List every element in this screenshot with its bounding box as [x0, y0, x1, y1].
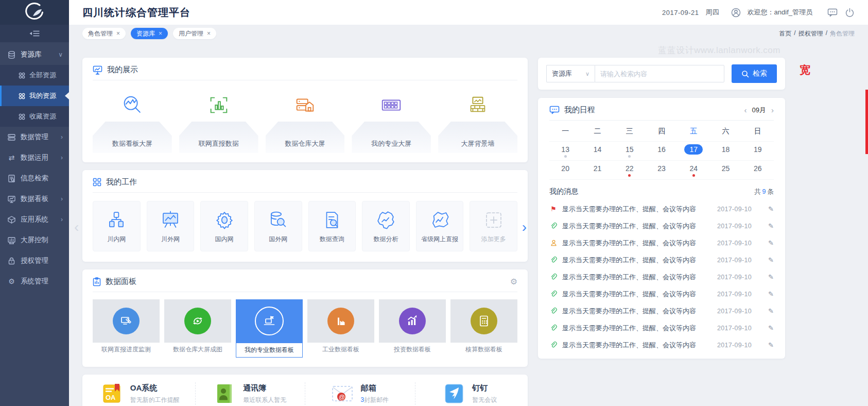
calendar-prev-button[interactable]: ‹: [744, 106, 747, 114]
search-input[interactable]: [595, 65, 724, 82]
message-row[interactable]: 显示当天需要办理的工作、提醒、会议等内容 2017-09-10 ✎: [549, 285, 774, 302]
message-row[interactable]: 显示当天需要办理的工作、提醒、会议等内容 2017-09-10 ✎: [549, 302, 774, 319]
display-card-dashboard-screen[interactable]: 数据看板大屏: [93, 89, 172, 153]
display-card-online-report-data[interactable]: 联网直报数据: [179, 89, 258, 153]
tab-user-management[interactable]: 用户管理 ×: [173, 28, 216, 39]
calendar-day[interactable]: 26: [742, 161, 774, 179]
calendar-day[interactable]: 23: [646, 161, 678, 179]
sidebar-item-big-screen-control[interactable]: 大屏控制: [0, 230, 69, 250]
message-row[interactable]: 显示当天需要办理的工作、提醒、会议等内容 2017-09-10 ✎: [549, 217, 774, 234]
tab-bar: 角色管理 × 资源库 × 用户管理 × 首页 / 授权管理 / 角色管理: [69, 25, 868, 42]
panel-settings-gear-icon[interactable]: ⚙: [510, 277, 517, 286]
calendar-day[interactable]: 18: [709, 142, 741, 160]
calendar-day[interactable]: 19: [742, 142, 774, 160]
edit-pencil-icon[interactable]: ✎: [756, 222, 774, 230]
work-item-sichuan-extranet[interactable]: 川外网: [147, 201, 195, 251]
sync-play-icon: [184, 308, 211, 334]
edit-pencil-icon[interactable]: ✎: [756, 341, 774, 349]
message-row[interactable]: 显示当天需要办理的工作、提醒、会议等内容 2017-09-10 ✎: [549, 251, 774, 268]
calendar-next-button[interactable]: ›: [771, 106, 774, 114]
schedule-bubble-icon: [549, 106, 560, 114]
panel-card-industrial-data[interactable]: 工业数据看板: [307, 299, 374, 358]
close-icon[interactable]: ×: [116, 30, 120, 37]
calendar-day[interactable]: 21: [581, 161, 613, 179]
data-panel-card: 数据面板 ⚙ 联网直报进度监测: [82, 269, 528, 367]
sidebar-item-info-retrieval[interactable]: 信息检索: [0, 168, 69, 189]
design-annotation: 宽: [800, 63, 810, 77]
message-row[interactable]: 显示当天需要办理的工作、提醒、会议等内容 2017-09-10 ✎: [549, 319, 774, 336]
sidebar-item-data-application[interactable]: ⇄ 数据运用 ›: [0, 147, 69, 168]
edit-pencil-icon[interactable]: ✎: [756, 205, 774, 213]
chart-magnifier-icon: [93, 89, 172, 122]
edit-pencil-icon[interactable]: ✎: [756, 307, 774, 315]
message-bubble-icon[interactable]: [827, 8, 838, 17]
sidebar-item-data-management[interactable]: 数据管理 ›: [0, 127, 69, 147]
calendar-day[interactable]: 13: [549, 142, 581, 160]
panel-card-online-report-monitor[interactable]: 联网直报进度监测: [93, 299, 160, 358]
sidebar-item-resource-library[interactable]: 资源库 ∨: [0, 44, 69, 65]
work-item-domestic-network[interactable]: 国内网: [200, 201, 248, 251]
panel-card-investment-data[interactable]: 投资数据看板: [379, 299, 446, 358]
search-category-select[interactable]: 资源库 ∨: [546, 65, 595, 82]
display-card-my-professional-screen[interactable]: 我的专业大屏: [352, 89, 431, 153]
sidebar-item-data-board[interactable]: 数据看板 ›: [0, 189, 69, 209]
message-row[interactable]: ⚑ 显示当天需要办理的工作、提醒、会议等内容 2017-09-10 ✎: [549, 200, 774, 217]
calendar-day[interactable]: 14: [581, 142, 613, 160]
work-item-foreign-network[interactable]: 国外网: [254, 201, 302, 251]
work-item-data-query[interactable]: 数据查询: [308, 201, 356, 251]
sidebar-item-all-resources[interactable]: 全部资源: [0, 65, 69, 86]
message-row[interactable]: 显示当天需要办理的工作、提醒、会议等内容 2017-09-10 ✎: [549, 268, 774, 285]
quick-link-mail[interactable]: @ 邮箱 3封新邮件: [305, 382, 415, 405]
quick-link-contacts[interactable]: 通讯簿 最近联系人暂无: [196, 382, 306, 405]
edit-pencil-icon[interactable]: ✎: [756, 290, 774, 298]
calendar-day[interactable]: 24: [678, 161, 709, 179]
work-scroll-right-button[interactable]: ›: [522, 220, 527, 234]
work-item-data-analysis[interactable]: 数据分析: [362, 201, 410, 251]
panel-card-my-professional-dashboard[interactable]: 我的专业数据看板: [236, 299, 303, 358]
sidebar-item-authorization[interactable]: 授权管理: [0, 250, 69, 271]
calendar-day[interactable]: 16: [646, 142, 678, 160]
close-icon[interactable]: ×: [207, 30, 211, 37]
calendar-day[interactable]: 20: [549, 161, 581, 179]
sidebar-menu: 资源库 ∨ 全部资源 我的资源: [0, 42, 69, 406]
panel-card-accounting-data[interactable]: 核算数据看板: [450, 299, 517, 358]
tab-resource-library[interactable]: 资源库 ×: [131, 28, 168, 39]
design-annotation-bar: [865, 90, 868, 154]
user-avatar-icon[interactable]: [731, 8, 741, 18]
close-icon[interactable]: ×: [159, 30, 162, 37]
quick-link-oa-system[interactable]: OA OA系统 暂无新的工作提醒: [85, 382, 196, 405]
panel-card-warehouse-chart[interactable]: 数据仓库大屏成图: [164, 299, 231, 358]
power-icon[interactable]: [845, 8, 855, 18]
sidebar-item-application-system[interactable]: 应用系统 ›: [0, 209, 69, 230]
edit-pencil-icon[interactable]: ✎: [756, 239, 774, 247]
top-header: 四川统计综合管理平台 2017-09-21 周四 欢迎您：andif_管理员: [69, 0, 868, 25]
message-row[interactable]: 显示当天需要办理的工作、提醒、会议等内容 2017-09-10 ✎: [549, 336, 774, 353]
sidebar-item-system-management[interactable]: ⚙ 系统管理: [0, 271, 69, 292]
calendar-day[interactable]: 15: [614, 142, 646, 160]
breadcrumb-home[interactable]: 首页: [779, 29, 791, 38]
edit-pencil-icon[interactable]: ✎: [756, 256, 774, 264]
quick-link-dingtalk[interactable]: 钉钉 暂无会议: [415, 382, 525, 405]
work-scroll-left-button[interactable]: ‹: [74, 220, 79, 234]
message-row[interactable]: 显示当天需要办理的工作、提醒、会议等内容 2017-09-10 ✎: [549, 234, 774, 251]
calendar-day-selected[interactable]: 17: [678, 142, 709, 160]
edit-pencil-icon[interactable]: ✎: [756, 273, 774, 281]
chevron-right-icon: ›: [61, 216, 63, 223]
sidebar-collapse-button[interactable]: [0, 25, 69, 42]
contacts-icon: [214, 382, 236, 405]
display-card-background-wall[interactable]: 大屏背景墙: [438, 89, 517, 153]
sidebar-item-my-resources[interactable]: 我的资源: [0, 86, 69, 106]
calendar-day[interactable]: 22: [614, 161, 646, 179]
search-button[interactable]: 检索: [732, 64, 777, 83]
display-card-data-warehouse-screen[interactable]: 数据仓库大屏: [266, 89, 345, 153]
calendar-day[interactable]: 25: [709, 161, 741, 179]
breadcrumb: 首页 / 授权管理 / 角色管理: [779, 29, 855, 38]
edit-pencil-icon[interactable]: ✎: [756, 324, 774, 332]
work-item-add-more[interactable]: 添加更多: [470, 201, 517, 251]
work-item-provincial-online-report[interactable]: 省级网上直报: [416, 201, 464, 251]
breadcrumb-authorization[interactable]: 授权管理: [798, 29, 823, 38]
presentation-icon: [160, 209, 181, 231]
tab-role-management[interactable]: 角色管理 ×: [82, 28, 126, 39]
sidebar-item-favorite-resources[interactable]: 收藏资源: [0, 106, 69, 127]
work-item-sichuan-intranet[interactable]: 川内网: [93, 201, 141, 251]
